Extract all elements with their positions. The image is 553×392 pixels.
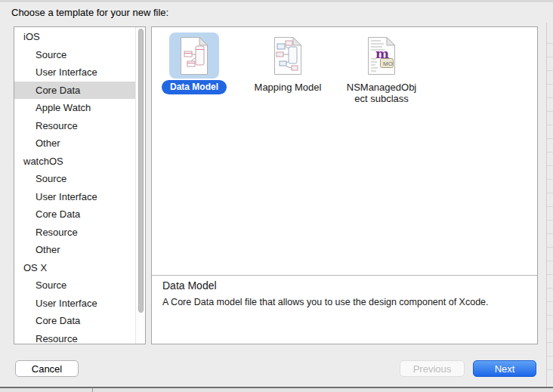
template-grid: Data Model Mapping Model [152,32,424,104]
nsmanagedobject-icon-zone: m MO [357,32,406,79]
template-label-nsmanagedobject-line2: ect subclass [354,93,409,104]
sidebar-item-user-interface-2[interactable]: User Interface [14,63,135,82]
sidebar-item-core-data-16[interactable]: Core Data [14,312,135,330]
cancel-button[interactable]: Cancel [15,360,79,377]
sidebar-scrollbar-thumb[interactable] [138,29,144,313]
template-label-mapping-model: Mapping Model [255,82,322,93]
background-window-tick [92,388,93,392]
sidebar-item-resource-11[interactable]: Resource [14,224,135,242]
sidebar-item-resource-5[interactable]: Resource [14,117,135,135]
data-model-selection-highlight [169,32,219,79]
sidebar-item-core-data-10[interactable]: Core Data [14,205,135,224]
template-label-nsmanagedobject-line1: NSManagedObj [347,82,417,93]
previous-button[interactable]: Previous [400,360,465,377]
sidebar-item-user-interface-9[interactable]: User Interface [14,188,135,206]
sidebar-item-apple-watch-4[interactable]: Apple Watch [14,99,135,117]
background-window-rows [547,30,553,381]
template-item-mapping-model[interactable]: Mapping Model [246,32,330,104]
window-top-edge [0,0,553,2]
sidebar-item-source-8[interactable]: Source [14,170,135,188]
mapping-model-icon-zone [263,32,313,79]
template-label-data-model: Data Model [162,80,227,94]
data-model-file-icon [178,36,210,76]
template-chooser-panel: Data Model Mapping Model [151,26,538,344]
mapping-model-file-icon [272,36,304,76]
sidebar-item-source-1[interactable]: Source [14,46,135,64]
description-body: A Core Data model file that allows you t… [162,297,489,307]
template-item-data-model[interactable]: Data Model [152,32,236,104]
dialog-title: Choose a template for your new file: [11,7,168,18]
sidebar-item-source-14[interactable]: Source [14,276,135,295]
sidebar-list: iOSSourceUser InterfaceCore DataApple Wa… [14,28,135,344]
sidebar-item-resource-17[interactable]: Resource [14,330,135,345]
sidebar-item-core-data-3[interactable]: Core Data [14,82,135,100]
sidebar-item-watchos-7[interactable]: watchOS [14,153,135,171]
sidebar-item-user-interface-15[interactable]: User Interface [14,295,135,313]
sidebar-item-other-6[interactable]: Other [14,134,135,153]
next-button[interactable]: Next [473,360,536,377]
nsmanagedobject-file-icon: m MO [366,36,397,76]
nsmanagedobject-mo-badge: MO [383,60,393,66]
sidebar-item-other-12[interactable]: Other [14,241,135,259]
background-window-strip [0,388,553,392]
description-title: Data Model [162,279,217,292]
template-category-sidebar: iOSSourceUser InterfaceCore DataApple Wa… [14,26,146,344]
description-divider [152,275,537,276]
sidebar-item-ios-0[interactable]: iOS [14,28,135,46]
sidebar-item-os-x-13[interactable]: OS X [14,259,135,277]
sidebar-scrollbar-track[interactable] [135,27,145,344]
template-item-nsmanagedobject-subclass[interactable]: m MO NSManagedObj ect subclass [339,32,424,104]
